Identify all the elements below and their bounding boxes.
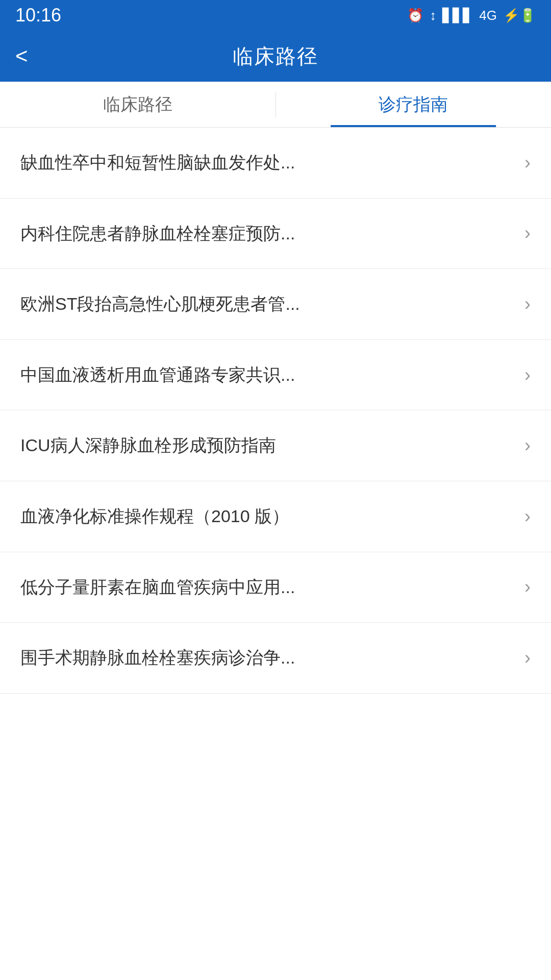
list-item[interactable]: 内科住院患者静脉血栓栓塞症预防... › [0, 199, 551, 270]
status-icons: ⏰ ↕ ▋▋▋ 4G ⚡🔋 [407, 8, 536, 23]
list-item[interactable]: 欧洲ST段抬高急性心肌梗死患者管... › [0, 269, 551, 340]
guide-list: 缺血性卒中和短暂性脑缺血发作处... › 内科住院患者静脉血栓栓塞症预防... … [0, 128, 551, 694]
signal-bars-icon: ▋▋▋ [442, 8, 473, 23]
app-header: < 临床路径 [0, 31, 551, 82]
list-item-text: 血液净化标准操作规程（2010 版） [20, 504, 514, 529]
chevron-right-icon: › [524, 152, 531, 174]
list-item-text: 低分子量肝素在脑血管疾病中应用... [20, 575, 514, 600]
list-item-text: 欧洲ST段抬高急性心肌梗死患者管... [20, 292, 514, 316]
list-item[interactable]: 缺血性卒中和短暂性脑缺血发作处... › [0, 128, 551, 199]
chevron-right-icon: › [524, 223, 531, 244]
list-item[interactable]: 血液净化标准操作规程（2010 版） › [0, 481, 551, 552]
back-button[interactable]: < [15, 44, 28, 68]
chevron-right-icon: › [524, 364, 531, 386]
tab-bar: 临床路径 诊疗指南 [0, 82, 551, 128]
chevron-right-icon: › [524, 506, 531, 527]
list-item-text: 缺血性卒中和短暂性脑缺血发作处... [20, 151, 514, 175]
chevron-right-icon: › [524, 647, 531, 669]
list-item-text: 中国血液透析用血管通路专家共识... [20, 363, 514, 387]
tab-clinical-path-label: 临床路径 [103, 93, 172, 116]
status-time: 10:16 [15, 5, 61, 26]
list-item[interactable]: ICU病人深静脉血栓形成预防指南 › [0, 410, 551, 481]
list-item[interactable]: 低分子量肝素在脑血管疾病中应用... › [0, 552, 551, 623]
chevron-right-icon: › [524, 293, 531, 315]
list-item-text: ICU病人深静脉血栓形成预防指南 [20, 433, 514, 458]
list-item[interactable]: 中国血液透析用血管通路专家共识... › [0, 340, 551, 411]
tab-diagnosis-guide-label: 诊疗指南 [379, 93, 448, 116]
chevron-right-icon: › [524, 435, 531, 456]
page-title: 临床路径 [233, 42, 318, 70]
list-item-text: 内科住院患者静脉血栓栓塞症预防... [20, 222, 514, 246]
tab-diagnosis-guide[interactable]: 诊疗指南 [276, 82, 552, 127]
list-item[interactable]: 围手术期静脉血栓栓塞疾病诊治争... › [0, 623, 551, 694]
list-item-text: 围手术期静脉血栓栓塞疾病诊治争... [20, 646, 514, 670]
tab-clinical-path[interactable]: 临床路径 [0, 82, 276, 127]
alarm-icon: ⏰ [407, 8, 423, 23]
network-type-label: 4G [479, 8, 497, 23]
battery-icon: ⚡🔋 [503, 8, 536, 23]
status-bar: 10:16 ⏰ ↕ ▋▋▋ 4G ⚡🔋 [0, 0, 551, 31]
signal-arrows-icon: ↕ [430, 8, 436, 23]
chevron-right-icon: › [524, 576, 531, 598]
